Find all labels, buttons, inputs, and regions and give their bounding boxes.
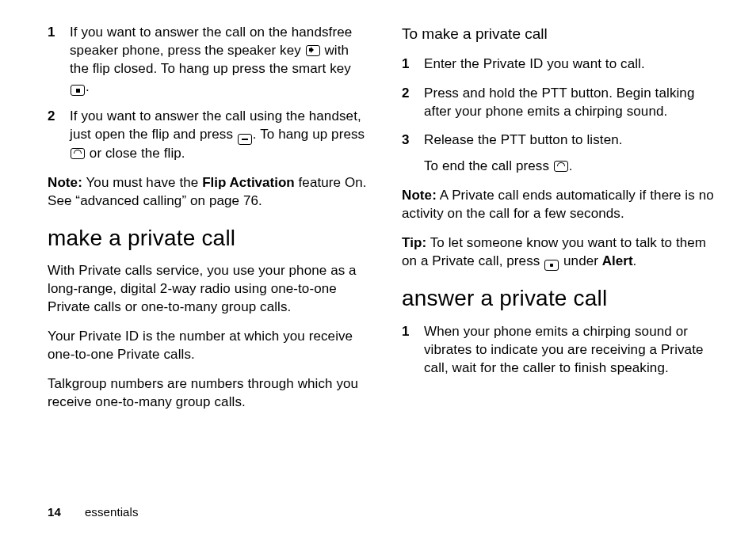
- note-label: Note:: [48, 175, 82, 190]
- manual-page: 1 If you want to answer the call on the …: [0, 0, 756, 536]
- list-item: 2 If you want to answer the call using t…: [48, 108, 370, 163]
- speaker-key-icon: [306, 45, 320, 56]
- answer-key-icon: [238, 134, 252, 145]
- section-name: essentials: [85, 505, 139, 519]
- answer-private-call-steps: 1 When your phone emits a chirping sound…: [402, 323, 724, 378]
- text-fragment: under: [559, 253, 602, 268]
- step-number: 1: [402, 55, 424, 74]
- step-text: If you want to answer the call on the ha…: [70, 24, 370, 97]
- list-item: 1 Enter the Private ID you want to call.: [402, 55, 724, 74]
- feature-name: Flip Activation: [202, 175, 295, 190]
- page-footer: 14essentials: [48, 504, 724, 520]
- text-fragment: To end the call press: [424, 158, 553, 173]
- list-item: 2 Press and hold the PTT button. Begin t…: [402, 85, 724, 121]
- tip-paragraph: Tip: To let someone know you want to tal…: [402, 234, 724, 271]
- note-paragraph: Note: You must have the Flip Activation …: [48, 174, 370, 211]
- text-fragment: A Private call ends automatically if the…: [402, 188, 714, 221]
- step-number: 1: [402, 323, 424, 378]
- section-heading-answer-private-call: answer a private call: [402, 283, 724, 314]
- list-item: 1 When your phone emits a chirping sound…: [402, 323, 724, 378]
- select-key-icon: [544, 260, 559, 271]
- body-paragraph: With Private calls service, you use your…: [48, 262, 370, 317]
- step-number: 2: [402, 85, 424, 121]
- note-label: Note:: [402, 188, 437, 203]
- step-sub-text: To end the call press .: [424, 158, 724, 176]
- step-number: 1: [48, 24, 70, 97]
- step-text: Release the PTT button to listen. To end…: [424, 131, 724, 176]
- step-text: If you want to answer the call using the…: [70, 108, 370, 163]
- text-fragment: .: [569, 158, 573, 173]
- section-heading-make-private-call: make a private call: [48, 223, 370, 253]
- text-fragment: .: [86, 79, 90, 94]
- text-fragment: or close the flip.: [86, 146, 185, 161]
- left-column: 1 If you want to answer the call on the …: [48, 24, 370, 496]
- softkey-label: Alert: [602, 253, 633, 268]
- step-number: 2: [48, 108, 70, 163]
- note-paragraph: Note: A Private call ends automatically …: [402, 187, 724, 223]
- page-number: 14: [48, 505, 61, 519]
- step-text: Enter the Private ID you want to call.: [424, 55, 724, 74]
- step-text: When your phone emits a chirping sound o…: [424, 323, 724, 378]
- body-paragraph: Your Private ID is the number at which y…: [48, 328, 370, 364]
- tip-label: Tip:: [402, 235, 426, 250]
- list-item: 3 Release the PTT button to listen. To e…: [402, 131, 724, 176]
- smart-key-icon: [71, 85, 85, 96]
- answer-call-steps: 1 If you want to answer the call on the …: [48, 24, 370, 163]
- step-number: 3: [402, 131, 424, 176]
- sub-heading: To make a private call: [402, 24, 724, 44]
- make-private-call-steps: 1 Enter the Private ID you want to call.…: [402, 55, 724, 177]
- end-key-icon: [554, 161, 568, 172]
- end-key-icon: [71, 148, 85, 159]
- text-fragment: You must have the: [82, 175, 202, 190]
- text-fragment: . To hang up press: [253, 127, 365, 142]
- body-paragraph: Talkgroup numbers are numbers through wh…: [48, 375, 370, 412]
- list-item: 1 If you want to answer the call on the …: [48, 24, 370, 97]
- right-column: To make a private call 1 Enter the Priva…: [402, 24, 724, 496]
- text-fragment: Release the PTT button to listen.: [424, 132, 623, 147]
- two-column-layout: 1 If you want to answer the call on the …: [48, 24, 724, 496]
- step-text: Press and hold the PTT button. Begin tal…: [424, 85, 724, 121]
- text-fragment: .: [633, 253, 637, 268]
